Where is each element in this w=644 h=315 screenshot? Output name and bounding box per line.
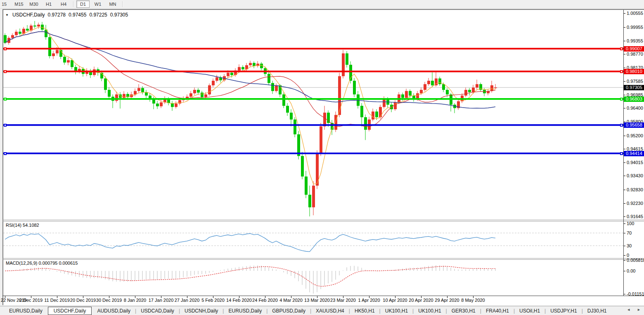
- timeframe-button-d1[interactable]: D1: [76, 0, 90, 8]
- ohlc-open: 0.97278: [48, 12, 66, 18]
- price-axis-tick: [624, 68, 625, 68]
- chart-tab-eurusd-daily[interactable]: EURUSD,Daily: [5, 307, 47, 315]
- toolbar-separator: [122, 1, 123, 7]
- rsi-scale-label: 70: [627, 230, 632, 235]
- panel-splitter[interactable]: [2, 259, 644, 260]
- timeframe-button-m30[interactable]: M30: [27, 0, 40, 8]
- hline-0.9801[interactable]: [3, 70, 623, 73]
- rsi-scale-tick: [624, 246, 625, 246]
- panel-splitter[interactable]: [2, 258, 644, 259]
- chart-symbol-label: USDCHF,Daily: [12, 12, 45, 18]
- chart-tab-usoil-h1[interactable]: USOil,H1: [515, 307, 544, 315]
- date-axis-label: 30 Dec 2019: [96, 298, 122, 303]
- price-axis-tick: [624, 108, 625, 108]
- chart-title: ▼ USDCHF,Daily 0.97278 0.97455 0.97225 0…: [5, 12, 128, 18]
- chart-tab-hk50-h1[interactable]: HK50,H1: [350, 307, 379, 315]
- timeframe-button-mn[interactable]: MN: [106, 0, 119, 8]
- macd-main-value: 0.000795: [38, 261, 57, 266]
- macd-scale-label: 0.00: [627, 268, 635, 273]
- chart-tab-eurusd-daily[interactable]: EURUSD,Daily: [224, 307, 266, 315]
- price-chart[interactable]: [3, 10, 623, 220]
- hline-0.94414[interactable]: [3, 152, 623, 155]
- price-badge: 0.98010: [624, 69, 644, 74]
- panel-splitter[interactable]: [2, 220, 644, 220]
- chart-tab-fra40-h1[interactable]: FRA40,H1: [482, 307, 513, 315]
- price-badge: 0.97305: [624, 85, 644, 90]
- price-axis-tick: [624, 190, 625, 190]
- price-badge: 0.95658: [624, 122, 644, 128]
- timeframe-button-w1[interactable]: W1: [91, 0, 104, 8]
- price-axis-label: 0.98770: [627, 52, 643, 56]
- hline-0.96803[interactable]: [3, 98, 623, 101]
- price-axis-label: 0.94015: [627, 160, 643, 165]
- ohlc-low: 0.97225: [89, 12, 107, 18]
- price-axis-tick: [624, 149, 625, 149]
- price-axis-label: 0.91645: [627, 214, 643, 219]
- rsi-scale-tick: [624, 255, 625, 256]
- ohlc-high: 0.97455: [69, 12, 86, 18]
- macd-signal-value: 0.000615: [59, 261, 78, 266]
- price-badge: 0.94414: [624, 151, 644, 156]
- hline-0.95658[interactable]: [3, 124, 623, 127]
- timeframe-button-h1[interactable]: H1: [42, 0, 55, 8]
- date-axis-label: 4 Mar 2020: [279, 298, 303, 303]
- date-axis-label: 8 May 2020: [461, 298, 485, 303]
- panel-splitter[interactable]: [2, 221, 644, 221]
- timeframe-toolbar: 15M15M30H1H4D1W1MN: [0, 0, 644, 9]
- ohlc-close: 0.97305: [110, 12, 128, 18]
- price-axis-tick: [624, 176, 625, 176]
- chart-tab-dj30-h1[interactable]: DJ30,H1: [583, 307, 611, 315]
- chart-tab-uk100-h1[interactable]: UK100,H1: [381, 307, 412, 315]
- date-axis-label: 29 Apr 2020: [435, 298, 459, 303]
- price-axis-label: 0.96400: [627, 106, 643, 110]
- chart-tab-bar: EURUSD,DailyUSDCHF,DailyAUDUSD,Daily|USD…: [0, 306, 644, 315]
- chart-tab-usdcad-daily[interactable]: USDCAD,Daily: [137, 307, 178, 315]
- chart-tab-ger30-h1[interactable]: GER30,H1: [447, 307, 480, 315]
- date-axis-label: 17 Jan 2020: [149, 298, 174, 303]
- chart-tab-uk100-h1[interactable]: UK100,H1: [414, 307, 445, 315]
- price-axis-tick: [624, 136, 625, 136]
- date-axis-label: 2 Dec 2019: [19, 298, 43, 303]
- chart-tab-usdcnh-daily[interactable]: USDCNH,Daily: [180, 307, 222, 315]
- price-axis-label: 0.93430: [627, 173, 643, 178]
- macd-scale-tick: [624, 294, 625, 294]
- price-badge: 0.96803: [624, 96, 644, 102]
- price-axis-label: 0.99955: [627, 25, 643, 30]
- date-axis-label: 23 Mar 2020: [330, 298, 356, 303]
- date-axis-label: 8 Jan 2020: [124, 298, 146, 303]
- date-axis-label: 20 Apr 2020: [409, 298, 433, 303]
- macd-label: MACD(12,26,9) 0.000795 0.000615: [6, 261, 78, 266]
- ma-line-5: [5, 27, 495, 184]
- price-axis-tick: [624, 54, 625, 54]
- date-axis-label: 14 Feb 2020: [226, 298, 252, 303]
- timeframe-button-m15[interactable]: M15: [12, 0, 26, 8]
- macd-panel: [3, 260, 623, 296]
- timeframe-button-h4[interactable]: H4: [57, 0, 70, 8]
- symbol-menu-icon[interactable]: ▼: [5, 13, 9, 17]
- tab-scroll-left-icon[interactable]: ◄: [626, 307, 631, 313]
- timeframe-button-15[interactable]: 15: [0, 0, 11, 8]
- price-axis-label: 0.97585: [627, 79, 643, 84]
- chart-tab-usdjpy-h1[interactable]: USDJPY,H1: [546, 307, 581, 315]
- tab-scroll-right-icon[interactable]: ►: [636, 307, 642, 313]
- date-axis-label: 10 Apr 2020: [383, 298, 407, 303]
- price-axis-label: 0.92830: [627, 187, 643, 192]
- price-axis-tick: [624, 13, 625, 14]
- chart-tab-gbpusd-daily[interactable]: GBPUSD,Daily: [268, 307, 310, 315]
- macd-scale-tick: [624, 271, 625, 271]
- chart-tab-audusd-daily[interactable]: AUDUSD,Daily: [93, 307, 135, 315]
- macd-scale-label: -0.01151: [627, 291, 644, 296]
- date-axis-label: 5 Feb 2020: [201, 298, 225, 303]
- hline-0.99007[interactable]: [3, 47, 623, 50]
- rsi-line: [5, 233, 495, 252]
- rsi-value: 54.1082: [23, 223, 39, 228]
- date-axis-label: 11 Dec 2019: [44, 298, 70, 303]
- chart-tab-xauusd-h4[interactable]: XAUUSD,H4: [312, 307, 348, 315]
- candles: [4, 21, 497, 216]
- price-axis-tick: [624, 81, 625, 82]
- price-axis-label: 0.95200: [627, 133, 643, 138]
- rsi-scale-tick: [624, 223, 625, 224]
- price-axis-label: 0.99355: [627, 38, 643, 43]
- chart-tab-usdchf-daily[interactable]: USDCHF,Daily: [48, 307, 92, 315]
- date-axis-label: 20 Dec 2019: [70, 298, 96, 303]
